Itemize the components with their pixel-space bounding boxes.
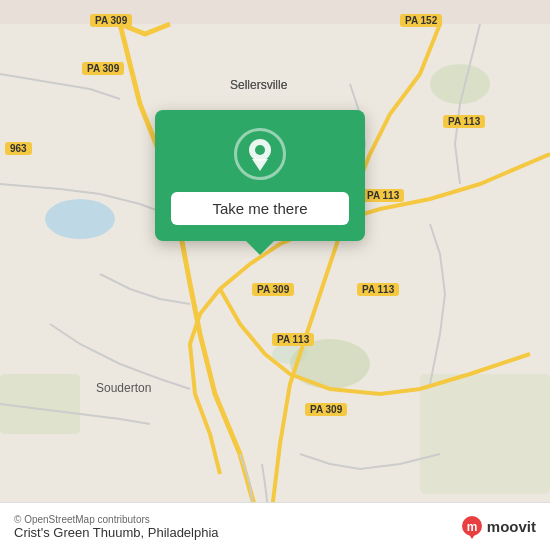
route-badge-pa309-bottom: PA 309 (305, 403, 347, 416)
map-pin-icon (246, 137, 274, 171)
moovit-logo: m moovit (461, 515, 536, 539)
svg-point-5 (430, 64, 490, 104)
svg-point-8 (255, 145, 265, 155)
svg-point-1 (45, 199, 115, 239)
attribution-text: © OpenStreetMap contributors (14, 514, 461, 525)
navigation-card: Take me there (155, 110, 365, 241)
svg-text:m: m (466, 520, 477, 534)
label-sellersville-text: Sellersville (230, 78, 287, 92)
svg-marker-9 (252, 159, 268, 171)
route-badge-pa113-mid: PA 113 (362, 189, 404, 202)
svg-marker-12 (468, 533, 476, 539)
bottom-bar: © OpenStreetMap contributors Crist's Gre… (0, 502, 550, 550)
route-badge-pa113-lower: PA 113 (357, 283, 399, 296)
route-badge-pa113-right: PA 113 (443, 115, 485, 128)
route-badge-pa309-left: PA 309 (82, 62, 124, 75)
take-me-there-button[interactable]: Take me there (171, 192, 349, 225)
route-badge-963: 963 (5, 142, 32, 155)
moovit-brand-icon: m (461, 515, 483, 539)
place-name-text: Crist's Green Thuumb, Philadelphia (14, 525, 461, 540)
moovit-label: moovit (487, 518, 536, 535)
route-badge-pa113-bottom: PA 113 (272, 333, 314, 346)
map-container: PA 309 PA 152 PA 113 PA 113 PA 309 963 P… (0, 0, 550, 550)
svg-rect-4 (0, 374, 80, 434)
svg-rect-6 (420, 374, 550, 494)
route-badge-pa152: PA 152 (400, 14, 442, 27)
route-badge-pa309-center: PA 309 (252, 283, 294, 296)
label-souderton: Souderton (96, 381, 151, 395)
location-icon-circle (234, 128, 286, 180)
route-badge-pa309-top: PA 309 (90, 14, 132, 27)
